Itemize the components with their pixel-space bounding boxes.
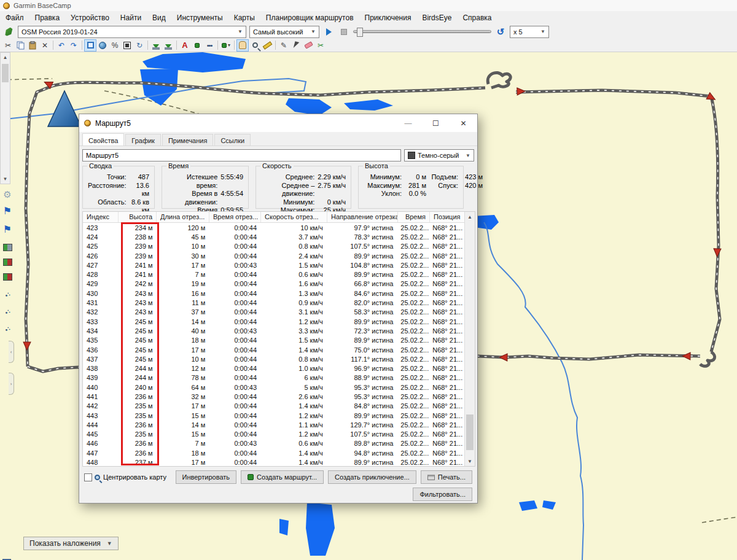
delete-icon[interactable]: ✕ (39, 39, 51, 52)
column-header[interactable]: Позиция (430, 212, 466, 222)
edit-pencil-icon[interactable]: ✎ (278, 39, 290, 52)
redo-icon[interactable]: ↷ (68, 39, 80, 52)
footprints-icon[interactable]: •: (0, 320, 16, 337)
menu-item-2[interactable]: Устройство (65, 12, 115, 24)
new-waypoint-icon[interactable]: A (179, 39, 191, 52)
undo-icon[interactable]: ↶ (55, 39, 68, 52)
basecamp-leaf-icon[interactable] (2, 26, 15, 38)
table-row[interactable]: 429242 м19 м0:00:441.6 км/ч66.8° истина2… (83, 279, 464, 289)
menu-item-8[interactable]: Приключения (359, 12, 417, 24)
table-row[interactable]: 441236 м32 м0:00:442.6 км/ч95.3° истина2… (83, 392, 464, 401)
rotate-view-icon[interactable]: ↻ (133, 39, 146, 52)
table-row[interactable]: 437245 м10 м0:00:440.8 км/ч117.1° истина… (83, 354, 464, 364)
table-row[interactable]: 427241 м17 м0:00:431.5 км/ч104.8° истина… (83, 260, 464, 270)
create-route-button[interactable]: Создать маршрут... (241, 470, 324, 484)
eraser-icon[interactable] (302, 39, 314, 52)
print-button[interactable]: Печать... (421, 470, 472, 484)
menu-item-6[interactable]: Карты (228, 12, 260, 24)
slider-thumb[interactable] (357, 28, 363, 37)
scroll-down-icon[interactable]: ▼ (465, 456, 475, 466)
paste-icon[interactable] (26, 39, 39, 52)
globe-3d-icon[interactable] (96, 39, 109, 52)
column-header[interactable]: Направление отрезка (327, 212, 398, 222)
menu-item-1[interactable]: Правка (29, 12, 66, 24)
route-color-select[interactable]: Темно-серый ▼ (404, 149, 474, 161)
table-row[interactable]: 448237 м17 м0:00:441.4 км/ч89.9° истина2… (83, 457, 464, 466)
close-button[interactable]: ✕ (450, 114, 477, 132)
show-overlays-button[interactable]: Показать наложения ▼ (23, 537, 119, 550)
table-row[interactable]: 426239 м30 м0:00:442.4 км/ч89.9° истина2… (83, 251, 464, 260)
table-row[interactable]: 442235 м17 м0:00:441.4 км/ч84.8° истина2… (83, 402, 464, 411)
tab-свойства[interactable]: Свойства (82, 133, 124, 146)
table-row[interactable]: 430243 м16 м0:00:441.3 км/ч84.6° истина2… (83, 289, 464, 298)
table-row[interactable]: 447236 м18 м0:00:441.4 км/ч94.8° истина2… (83, 448, 464, 457)
menu-item-3[interactable]: Найти (115, 12, 147, 24)
map-detail-select[interactable]: Самый высокий ▼ (249, 26, 319, 38)
track-split-icon[interactable]: ✂ (314, 39, 327, 52)
column-header[interactable]: Индекс (83, 212, 119, 222)
table-row[interactable]: 425239 м10 м0:00:440.8 км/ч107.5° истина… (83, 242, 464, 251)
route-tool-icon[interactable]: ▾ (220, 39, 232, 52)
table-row[interactable]: 424238 м45 м0:00:443.7 км/ч78.3° истина2… (83, 232, 464, 241)
scroll-thumb[interactable] (466, 414, 474, 450)
new-track-icon[interactable]: ••• (203, 39, 216, 52)
table-vertical-scrollbar[interactable]: ▲ ▼ (464, 212, 475, 466)
undo-zoom-icon[interactable]: ↺ (494, 26, 507, 38)
column-header[interactable]: Высота (119, 212, 157, 222)
menu-item-0[interactable]: Файл (0, 12, 29, 24)
create-adventure-button[interactable]: Создать приключение... (328, 470, 416, 484)
menu-item-7[interactable]: Планировщик маршрутов (260, 12, 359, 24)
maximize-button[interactable]: ☐ (422, 114, 450, 132)
dialog-titlebar[interactable]: Маршрут5 — ☐ ✕ (79, 114, 477, 132)
footprints-icon[interactable]: •: (0, 303, 16, 320)
invert-button[interactable]: Инвертировать (176, 470, 236, 484)
send-to-device-icon[interactable] (162, 39, 174, 52)
tab-ссылки[interactable]: Ссылки (214, 134, 251, 146)
filter-button[interactable]: Фильтровать... (413, 488, 472, 501)
column-header[interactable]: Время (398, 212, 430, 222)
scroll-up-icon[interactable]: ▲ (465, 212, 475, 222)
fit-extent-icon[interactable] (121, 39, 133, 52)
device-icon[interactable] (1, 256, 14, 268)
route-points-table[interactable]: ИндексВысотаДлина отрез...Время отрез...… (82, 211, 475, 467)
copy-icon[interactable] (14, 39, 26, 52)
measure-ruler-icon[interactable] (261, 39, 273, 52)
device-icon[interactable] (1, 241, 14, 254)
center-map-checkbox[interactable] (84, 473, 92, 481)
scroll-down-icon[interactable]: ▼ (1, 174, 10, 184)
column-header[interactable]: Длина отрез... (157, 212, 209, 222)
table-row[interactable]: 434245 м40 м0:00:433.3 км/ч72.3° истина2… (83, 326, 464, 335)
stop-button[interactable] (338, 26, 350, 38)
table-row[interactable]: 428241 м7 м0:00:440.6 км/ч89.9° истина25… (83, 270, 464, 279)
menu-item-9[interactable]: BirdsEye (416, 12, 457, 24)
play-button[interactable] (322, 26, 335, 38)
map-vertical-scrollbar[interactable]: ▲ ▼ (0, 52, 10, 184)
select-tool-icon[interactable] (84, 39, 96, 52)
table-row[interactable]: 432243 м37 м0:00:443.1 км/ч58.3° истина2… (83, 308, 464, 317)
table-row[interactable]: 423234 м120 м0:00:4410 км/ч97.9° истина2… (83, 223, 464, 232)
table-row[interactable]: 445235 м15 м0:00:441.2 км/ч107.5° истина… (83, 430, 464, 439)
panel-collapse-handle[interactable]: ‹ (9, 341, 14, 363)
table-row[interactable]: 439244 м78 м0:00:446 км/ч88.9° истина25.… (83, 373, 464, 383)
panel-collapse-handle[interactable]: › (9, 373, 14, 395)
route-name-input[interactable]: Маршрут5 (82, 149, 401, 161)
tab-график[interactable]: График (125, 134, 161, 146)
table-header-row[interactable]: ИндексВысотаДлина отрез...Время отрез...… (83, 212, 475, 223)
map-product-select[interactable]: OSM Россия 2019-01-24 ▼ (18, 26, 246, 38)
zoom-tool-icon[interactable] (249, 39, 261, 52)
multi-select-icon[interactable] (290, 39, 302, 52)
flag-icon[interactable]: ⚑ (1, 223, 14, 235)
zoom-scale-select[interactable]: x 5 ▼ (510, 26, 549, 38)
pan-hand-icon[interactable] (236, 39, 249, 52)
menu-item-5[interactable]: Инструменты (171, 12, 228, 24)
table-row[interactable]: 443235 м15 м0:00:441.2 км/ч89.9° истина2… (83, 411, 464, 420)
scroll-thumb[interactable] (2, 64, 9, 82)
new-route-icon[interactable] (191, 39, 203, 52)
flag-icon[interactable]: ⚑ (1, 204, 14, 217)
table-row[interactable]: 431243 м11 м0:00:440.9 км/ч82.0° истина2… (83, 298, 464, 307)
scroll-up-icon[interactable]: ▲ (1, 53, 10, 62)
cut-icon[interactable]: ✂ (2, 39, 14, 52)
column-header[interactable]: Скорость отрез... (261, 212, 327, 222)
gear-icon[interactable]: ⚙ (1, 189, 14, 201)
table-row[interactable]: 435245 м18 м0:00:441.5 км/ч89.9° истина2… (83, 336, 464, 345)
